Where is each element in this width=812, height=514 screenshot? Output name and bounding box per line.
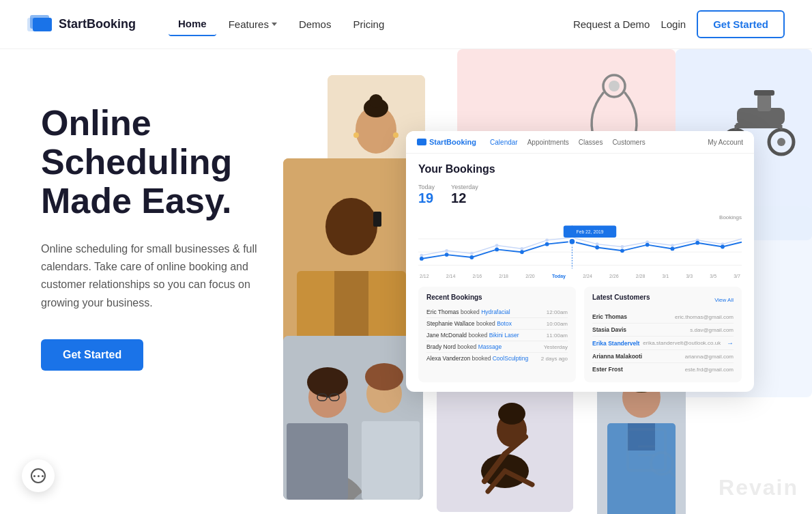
view-all-link[interactable]: View All bbox=[714, 297, 734, 303]
customer-row-0: Eric Thomas eric.thomas@gmail.com bbox=[592, 311, 734, 324]
dash-nav-customers[interactable]: Customers bbox=[612, 139, 645, 146]
svg-point-73 bbox=[420, 257, 424, 261]
dash-nav-appointments[interactable]: Appointments bbox=[527, 139, 569, 146]
svg-rect-17 bbox=[373, 212, 381, 227]
svg-rect-28 bbox=[287, 423, 348, 500]
watermark-text: Revain bbox=[719, 475, 798, 500]
svg-point-21 bbox=[307, 367, 348, 397]
logo[interactable]: StartBooking bbox=[27, 15, 136, 34]
dash-nav-calendar[interactable]: Calendar bbox=[490, 139, 518, 146]
booking-row-1: Stephanie Wallace booked Botox 10:00am bbox=[426, 318, 568, 330]
logo-text: StartBooking bbox=[59, 17, 136, 31]
nav-get-started-button[interactable]: Get Started bbox=[697, 10, 785, 38]
booking-name-3: Brady Nord booked Massage bbox=[426, 343, 502, 350]
svg-rect-56 bbox=[736, 123, 781, 128]
dashboard-nav-right[interactable]: My Account bbox=[708, 139, 743, 146]
stat-yesterday-label: Yesterday bbox=[451, 184, 478, 190]
dashboard-panels: Recent Bookings Eric Thomas booked Hydra… bbox=[418, 287, 742, 382]
person-mid bbox=[283, 158, 420, 349]
svg-point-61 bbox=[445, 249, 448, 253]
dashboard-body: Your Bookings Today 19 Yesterday 12 Bo bbox=[406, 154, 754, 392]
dashboard-nav-links: Calendar Appointments Classes Customers bbox=[490, 139, 646, 146]
customer-name-0: Eric Thomas bbox=[592, 313, 627, 320]
nav-home[interactable]: Home bbox=[169, 12, 216, 36]
dash-nav-classes[interactable]: Classes bbox=[579, 139, 603, 146]
chart-label: Bookings bbox=[719, 214, 742, 220]
svg-point-7 bbox=[369, 94, 383, 108]
booking-row-2: Jane McDonald booked Bikini Laser 11:00a… bbox=[426, 330, 568, 341]
svg-point-77 bbox=[520, 250, 524, 254]
person-yoga-figure bbox=[437, 375, 573, 512]
svg-point-75 bbox=[469, 255, 474, 259]
customer-name-2: Erika Standervelt bbox=[592, 340, 639, 347]
chart-date-3: 2/18 bbox=[499, 274, 508, 279]
svg-rect-49 bbox=[754, 90, 774, 96]
svg-point-76 bbox=[495, 247, 499, 251]
customer-email-4: este.frd@gmail.com bbox=[685, 367, 734, 373]
svg-rect-48 bbox=[757, 94, 771, 111]
svg-point-24 bbox=[365, 363, 403, 390]
svg-text:Feb 22, 2019: Feb 22, 2019 bbox=[577, 229, 604, 234]
svg-rect-89 bbox=[628, 429, 665, 470]
booking-name-4: Alexa Vanderzon booked CoolSculpting bbox=[426, 355, 528, 362]
booking-time-3: Yesterday bbox=[544, 344, 568, 350]
chart-dates: 2/12 2/14 2/16 2/18 2/20 Today 2/24 2/26… bbox=[418, 274, 742, 279]
booking-name-2: Jane McDonald booked Bikini Laser bbox=[426, 332, 519, 339]
bookings-chart: Feb 22, 2019 bbox=[418, 223, 742, 271]
customer-row-2: Erika Standervelt erika.standervelt@outl… bbox=[592, 337, 734, 350]
nav-links: Home Features Demos Pricing bbox=[169, 12, 573, 36]
nav-right: Request a Demo Login Get Started bbox=[573, 10, 785, 38]
chart-date-4: 2/20 bbox=[525, 274, 535, 279]
customers-title-row: Latest Customers View All bbox=[592, 294, 734, 306]
person-bottom-figure bbox=[283, 336, 423, 500]
chat-dot-2 bbox=[38, 475, 40, 477]
chat-dot-3 bbox=[42, 475, 44, 477]
stat-yesterday: Yesterday 12 bbox=[451, 184, 478, 206]
svg-point-9 bbox=[393, 132, 398, 138]
latest-customers-title: Latest Customers bbox=[592, 294, 650, 301]
svg-point-85 bbox=[646, 243, 650, 247]
chart-date-today: Today bbox=[552, 274, 566, 279]
stats-row: Today 19 Yesterday 12 bbox=[418, 184, 742, 206]
svg-point-86 bbox=[671, 247, 675, 251]
svg-point-80 bbox=[569, 238, 576, 245]
dashboard-nav: StartBooking Calendar Appointments Class… bbox=[406, 131, 754, 154]
nav-features[interactable]: Features bbox=[219, 13, 287, 35]
svg-point-32 bbox=[498, 403, 525, 425]
chat-support-button[interactable] bbox=[22, 459, 55, 492]
chart-header: Bookings bbox=[418, 214, 742, 220]
svg-point-62 bbox=[470, 252, 474, 255]
chart-date-10: 3/3 bbox=[686, 274, 693, 279]
person-yoga bbox=[437, 375, 573, 512]
hero-description: Online scheduling for small businesses &… bbox=[41, 240, 266, 313]
nav-demos[interactable]: Demos bbox=[289, 13, 341, 35]
chat-icon bbox=[31, 468, 46, 483]
hero-left: Online Scheduling Made Easy. Online sche… bbox=[0, 49, 293, 514]
svg-point-63 bbox=[495, 244, 499, 247]
svg-point-8 bbox=[353, 132, 359, 138]
hero-get-started-button[interactable]: Get Started bbox=[41, 339, 143, 371]
customer-email-1: s.dav@gmail.com bbox=[690, 327, 734, 333]
navbar: StartBooking Home Features Demos Pricing… bbox=[0, 0, 812, 49]
svg-point-83 bbox=[595, 246, 599, 250]
chart-date-12: 3/7 bbox=[734, 274, 740, 279]
svg-point-78 bbox=[545, 242, 549, 246]
booking-time-0: 12:00am bbox=[547, 309, 568, 315]
nav-pricing[interactable]: Pricing bbox=[343, 13, 394, 35]
booking-time-4: 2 days ago bbox=[541, 356, 568, 362]
booking-time-1: 10:00am bbox=[547, 321, 568, 327]
nav-login[interactable]: Login bbox=[661, 18, 686, 30]
nav-request-demo[interactable]: Request a Demo bbox=[573, 18, 650, 30]
stat-yesterday-value: 12 bbox=[451, 190, 478, 206]
customer-email-2: erika.standervelt@outlook.co.uk bbox=[643, 340, 721, 346]
booking-name-0: Eric Thomas booked Hydrafacial bbox=[426, 309, 510, 315]
svg-line-93 bbox=[669, 471, 676, 477]
svg-point-84 bbox=[620, 248, 624, 253]
latest-customers-panel: Latest Customers View All Eric Thomas er… bbox=[584, 287, 742, 382]
features-chevron-icon bbox=[272, 23, 277, 26]
booking-row-4: Alexa Vanderzon booked CoolSculpting 2 d… bbox=[426, 353, 568, 364]
chart-date-11: 3/5 bbox=[710, 274, 716, 279]
booking-row-0: Eric Thomas booked Hydrafacial 12:00am bbox=[426, 306, 568, 318]
revain-logo-icon bbox=[621, 423, 676, 477]
customer-name-1: Stasia Davis bbox=[592, 326, 626, 333]
